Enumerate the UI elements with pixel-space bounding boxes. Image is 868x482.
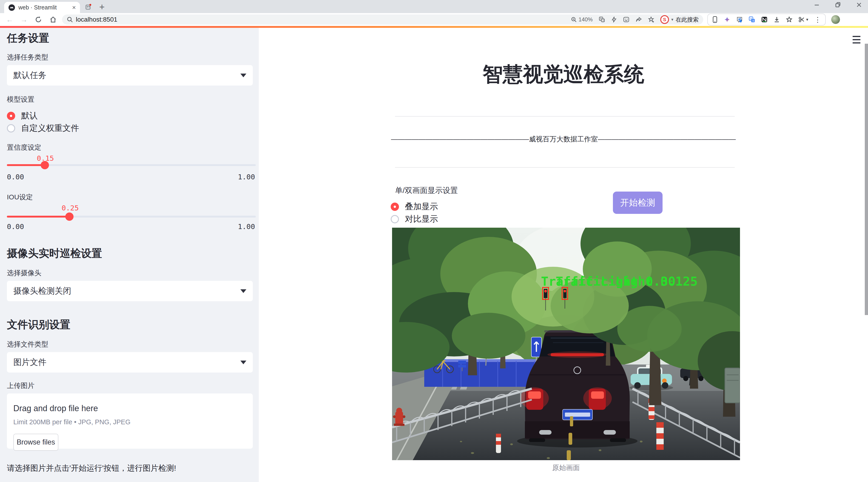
url-text[interactable]: localhost:8501 [76,16,571,23]
share-icon[interactable] [636,16,642,23]
divider [395,116,735,117]
upload-label: 上传图片 [7,381,34,390]
extensions-group: ! A文 ▾ ⋮ [707,13,826,26]
dropzone-limit: Limit 200MB per file • JPG, PNG, JPEG [13,418,246,426]
translate-icon[interactable]: A文 [599,16,605,23]
streamlit-decoration-bar [0,26,868,28]
zoom-indicator[interactable]: 140% [571,16,593,23]
lightning-icon[interactable] [611,16,617,23]
confidence-label: 置信度设定 [7,143,41,152]
reader-icon[interactable] [623,16,629,23]
gemini-icon[interactable] [724,16,730,23]
chevron-down-icon [240,361,246,364]
tab-group-icon[interactable] [85,4,91,10]
task-type-label: 选择任务类型 [7,53,48,62]
download-icon[interactable] [774,16,780,23]
clipper-caret-icon: ▾ [806,17,808,22]
file-dropzone[interactable]: Drag and drop file here Limit 200MB per … [7,393,253,449]
display-option-overlay[interactable]: 叠加显示 [391,201,438,212]
search-icon [67,16,73,23]
bookmark-star-icon[interactable] [648,16,654,23]
iou-slider-thumb[interactable] [65,212,73,221]
chevron-down-icon [240,289,246,293]
model-option-default[interactable]: 默认 [7,110,38,121]
home-icon[interactable] [49,16,57,24]
close-window-icon[interactable] [856,1,863,8]
file-section-title: 文件识别设置 [7,318,70,332]
camera-select[interactable]: 摄像头检测关闭 [7,281,253,301]
task-section-title: 任务设置 [7,31,49,45]
site-search-chip[interactable]: S ▾ 在此搜索 [660,15,699,24]
favorites-star-icon[interactable] [786,16,793,23]
address-bar[interactable]: localhost:8501 140% A文 S ▾ 在此搜索 [62,14,703,25]
sidebar: 任务设置 选择任务类型 默认任务 模型设置 默认 自定义权重文件 置信度设定 0… [0,28,259,482]
file-type-select[interactable]: 图片文件 [7,352,253,372]
file-type-label: 选择文件类型 [7,340,48,349]
iou-label: IOU设定 [7,192,33,202]
zoom-icon [571,17,577,23]
page-title: 智慧视觉巡检系统 [259,61,868,88]
new-tab-icon[interactable]: + [99,4,104,10]
radio-selected-icon [391,203,399,211]
model-option-label: 自定义权重文件 [21,123,79,134]
clipper-chip[interactable]: ▾ [798,16,808,23]
streamlit-favicon [8,4,15,11]
model-option-custom[interactable]: 自定义权重文件 [7,123,79,134]
search-engine-icon: S [660,15,669,24]
scissors-icon [798,16,805,23]
back-icon[interactable]: ← [6,16,13,24]
tab-close-icon[interactable]: × [72,4,76,11]
camera-value: 摄像头检测关闭 [13,285,71,297]
reload-icon[interactable] [34,16,42,24]
translate-extension-icon[interactable]: A文 [749,16,755,23]
chip-caret-icon: ▾ [671,17,673,22]
striped-bollard [656,422,664,450]
studio-credit-line: ————————————————————威视百万大数据工作室——————————… [259,134,868,144]
page-scrollbar-thumb[interactable] [865,44,868,315]
dark-n-extension-icon[interactable] [761,16,768,23]
model-label: 模型设置 [7,95,34,104]
camera-section-title: 摄像头实时巡检设置 [7,246,102,261]
chevron-down-icon [240,73,246,77]
model-option-label: 默认 [21,110,38,121]
tab-title: web · Streamlit [19,4,69,11]
search-hint-text: 在此搜索 [676,16,699,24]
iou-max: 1.00 [238,222,255,231]
browser-tab-strip: web · Streamlit × + [0,0,868,13]
start-detection-button[interactable]: 开始检测 [613,191,662,214]
original-frame-image: Traffic Light 0.30 Traffic Light 0.125 [392,228,740,460]
browser-tab-active[interactable]: web · Streamlit × [4,2,80,13]
iou-value: 0.25 [62,204,79,212]
confidence-slider[interactable] [7,164,256,166]
address-bar-icons: 140% A文 S ▾ 在此搜索 [571,15,699,24]
radio-unselected-icon [391,215,399,223]
task-type-select[interactable]: 默认任务 [7,65,253,86]
confidence-slider-thumb[interactable] [41,161,49,169]
window-controls [813,1,863,8]
display-mode-label: 单/双画面显示设置 [395,185,458,196]
restore-icon[interactable] [834,1,841,8]
profile-avatar[interactable] [831,15,840,24]
display-option-label: 对比显示 [405,213,438,225]
svg-text:文: 文 [602,19,604,22]
iou-min: 0.00 [7,222,24,231]
image-caption: 原始画面 [392,463,740,473]
browse-files-button[interactable]: Browse files [13,434,58,451]
iou-slider[interactable] [7,216,256,217]
camera-label: 选择摄像头 [7,268,41,278]
kebab-menu-icon[interactable]: ⋮ [814,16,821,24]
phone-icon[interactable] [712,16,718,23]
striped-bollard [496,434,501,453]
svg-text:文: 文 [752,19,754,22]
streamlit-menu-icon[interactable] [852,36,860,46]
forward-icon[interactable]: → [20,16,28,24]
minimize-icon[interactable] [813,1,820,8]
divider [395,167,735,168]
todo-extension-icon[interactable]: ! [736,16,743,23]
screen: web · Streamlit × + ← → localhost:8501 [0,0,868,482]
display-option-compare[interactable]: 对比显示 [391,213,438,225]
detection-label-2: Traffic Light 0.125 [556,274,698,289]
confidence-min: 0.00 [7,173,24,181]
tab-strip-extras: + [85,4,104,10]
zoom-level: 140% [579,16,593,23]
